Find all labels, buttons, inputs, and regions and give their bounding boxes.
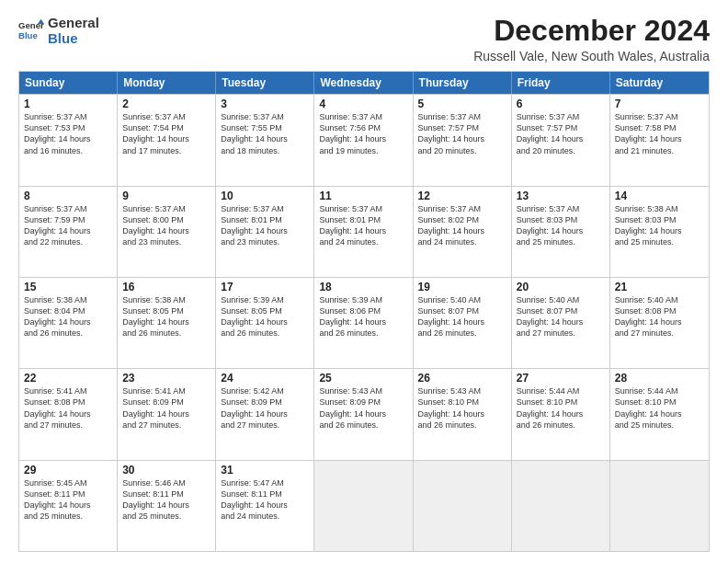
logo: General Blue General Blue (18, 15, 99, 47)
logo-blue: Blue (48, 30, 99, 46)
day-num: 4 (319, 98, 407, 110)
page: General Blue General Blue December 2024 … (0, 0, 728, 563)
header-friday: Friday (512, 72, 610, 94)
cell-text: Sunrise: 5:37 AMSunset: 8:01 PMDaylight:… (221, 203, 309, 248)
cell-empty-2 (414, 461, 512, 551)
day-num: 9 (122, 190, 210, 202)
cell-text: Sunrise: 5:37 AMSunset: 7:53 PMDaylight:… (24, 111, 112, 156)
cell-dec29: 29 Sunrise: 5:45 AMSunset: 8:11 PMDaylig… (19, 461, 118, 551)
day-num: 5 (418, 98, 506, 110)
day-num: 7 (615, 98, 704, 110)
logo-general: General (48, 15, 99, 30)
calendar-body: 1 Sunrise: 5:37 AMSunset: 7:53 PMDayligh… (19, 94, 709, 551)
cell-dec18: 18 Sunrise: 5:39 AMSunset: 8:06 PMDaylig… (314, 278, 413, 368)
day-num: 28 (615, 372, 704, 385)
day-num: 22 (24, 372, 112, 385)
cell-dec4: 4 Sunrise: 5:37 AMSunset: 7:56 PMDayligh… (314, 95, 413, 185)
cell-text: Sunrise: 5:38 AMSunset: 8:03 PMDaylight:… (615, 203, 704, 248)
cell-dec7: 7 Sunrise: 5:37 AMSunset: 7:58 PMDayligh… (610, 95, 709, 185)
cell-text: Sunrise: 5:39 AMSunset: 8:05 PMDaylight:… (221, 294, 309, 339)
cell-text: Sunrise: 5:41 AMSunset: 8:09 PMDaylight:… (122, 385, 210, 431)
header-saturday: Saturday (610, 72, 709, 94)
cell-dec16: 16 Sunrise: 5:38 AMSunset: 8:05 PMDaylig… (118, 278, 216, 368)
cell-text: Sunrise: 5:44 AMSunset: 8:10 PMDaylight:… (517, 385, 605, 431)
cell-text: Sunrise: 5:37 AMSunset: 7:58 PMDaylight:… (615, 111, 704, 156)
day-num: 26 (418, 372, 506, 385)
day-num: 3 (221, 98, 309, 110)
header-sunday: Sunday (19, 72, 118, 94)
cell-dec13: 13 Sunrise: 5:37 AMSunset: 8:03 PMDaylig… (512, 187, 610, 277)
day-num: 31 (221, 464, 309, 477)
cell-dec9: 9 Sunrise: 5:37 AMSunset: 8:00 PMDayligh… (118, 187, 216, 277)
cell-text: Sunrise: 5:39 AMSunset: 8:06 PMDaylight:… (319, 294, 407, 339)
day-num: 20 (517, 281, 605, 293)
cell-dec14: 14 Sunrise: 5:38 AMSunset: 8:03 PMDaylig… (610, 187, 709, 277)
cell-text: Sunrise: 5:37 AMSunset: 7:59 PMDaylight:… (24, 203, 112, 248)
cell-dec22: 22 Sunrise: 5:41 AMSunset: 8:08 PMDaylig… (19, 369, 118, 459)
cell-dec27: 27 Sunrise: 5:44 AMSunset: 8:10 PMDaylig… (512, 369, 610, 459)
cell-text: Sunrise: 5:40 AMSunset: 8:07 PMDaylight:… (418, 294, 506, 339)
day-num: 14 (615, 190, 704, 202)
cell-text: Sunrise: 5:43 AMSunset: 8:09 PMDaylight:… (319, 385, 407, 431)
logo-icon: General Blue (18, 17, 44, 43)
cell-dec6: 6 Sunrise: 5:37 AMSunset: 7:57 PMDayligh… (512, 95, 610, 185)
cell-dec31: 31 Sunrise: 5:47 AMSunset: 8:11 PMDaylig… (216, 461, 314, 551)
day-num: 21 (615, 281, 704, 293)
month-title: December 2024 (473, 15, 710, 47)
cell-dec17: 17 Sunrise: 5:39 AMSunset: 8:05 PMDaylig… (216, 278, 314, 368)
cell-dec8: 8 Sunrise: 5:37 AMSunset: 7:59 PMDayligh… (19, 187, 118, 277)
cell-text: Sunrise: 5:37 AMSunset: 8:00 PMDaylight:… (122, 203, 210, 248)
header: General Blue General Blue December 2024 … (18, 15, 710, 63)
day-num: 11 (319, 190, 407, 202)
day-num: 15 (24, 281, 112, 293)
cell-text: Sunrise: 5:46 AMSunset: 8:11 PMDaylight:… (122, 477, 210, 523)
day-num: 12 (418, 190, 506, 202)
cell-text: Sunrise: 5:37 AMSunset: 7:54 PMDaylight:… (122, 111, 210, 156)
title-block: December 2024 Russell Vale, New South Wa… (473, 15, 710, 63)
day-num: 1 (24, 98, 112, 110)
cell-dec21: 21 Sunrise: 5:40 AMSunset: 8:08 PMDaylig… (610, 278, 709, 368)
header-monday: Monday (118, 72, 216, 94)
cell-text: Sunrise: 5:42 AMSunset: 8:09 PMDaylight:… (221, 385, 309, 431)
cell-dec2: 2 Sunrise: 5:37 AMSunset: 7:54 PMDayligh… (118, 95, 216, 185)
cell-text: Sunrise: 5:45 AMSunset: 8:11 PMDaylight:… (24, 477, 112, 523)
cell-text: Sunrise: 5:37 AMSunset: 7:57 PMDaylight:… (418, 111, 506, 156)
day-num: 8 (24, 190, 112, 202)
cell-text: Sunrise: 5:38 AMSunset: 8:05 PMDaylight:… (122, 294, 210, 339)
cell-dec3: 3 Sunrise: 5:37 AMSunset: 7:55 PMDayligh… (216, 95, 314, 185)
calendar-header: Sunday Monday Tuesday Wednesday Thursday… (19, 72, 709, 94)
cell-text: Sunrise: 5:37 AMSunset: 7:56 PMDaylight:… (319, 111, 407, 156)
day-num: 18 (319, 281, 407, 293)
cell-dec25: 25 Sunrise: 5:43 AMSunset: 8:09 PMDaylig… (314, 369, 413, 459)
cell-dec11: 11 Sunrise: 5:37 AMSunset: 8:01 PMDaylig… (314, 187, 413, 277)
cell-text: Sunrise: 5:38 AMSunset: 8:04 PMDaylight:… (24, 294, 112, 339)
cell-dec12: 12 Sunrise: 5:37 AMSunset: 8:02 PMDaylig… (414, 187, 512, 277)
cell-dec10: 10 Sunrise: 5:37 AMSunset: 8:01 PMDaylig… (216, 187, 314, 277)
cell-text: Sunrise: 5:37 AMSunset: 7:55 PMDaylight:… (221, 111, 309, 156)
cell-text: Sunrise: 5:37 AMSunset: 7:57 PMDaylight:… (517, 111, 605, 156)
cell-dec24: 24 Sunrise: 5:42 AMSunset: 8:09 PMDaylig… (216, 369, 314, 459)
cell-dec23: 23 Sunrise: 5:41 AMSunset: 8:09 PMDaylig… (118, 369, 216, 459)
svg-text:Blue: Blue (18, 30, 38, 40)
day-num: 10 (221, 190, 309, 202)
location: Russell Vale, New South Wales, Australia (473, 49, 710, 63)
day-num: 24 (221, 372, 309, 385)
cal-row-5: 29 Sunrise: 5:45 AMSunset: 8:11 PMDaylig… (19, 460, 709, 551)
cell-dec15: 15 Sunrise: 5:38 AMSunset: 8:04 PMDaylig… (19, 278, 118, 368)
cell-text: Sunrise: 5:41 AMSunset: 8:08 PMDaylight:… (24, 385, 112, 431)
cell-empty-4 (610, 461, 709, 551)
day-num: 19 (418, 281, 506, 293)
cell-text: Sunrise: 5:43 AMSunset: 8:10 PMDaylight:… (418, 385, 506, 431)
cell-text: Sunrise: 5:44 AMSunset: 8:10 PMDaylight:… (615, 385, 704, 431)
cell-dec19: 19 Sunrise: 5:40 AMSunset: 8:07 PMDaylig… (414, 278, 512, 368)
cell-text: Sunrise: 5:40 AMSunset: 8:07 PMDaylight:… (517, 294, 605, 339)
cal-row-2: 8 Sunrise: 5:37 AMSunset: 7:59 PMDayligh… (19, 186, 709, 277)
cell-dec5: 5 Sunrise: 5:37 AMSunset: 7:57 PMDayligh… (414, 95, 512, 185)
cell-empty-1 (314, 461, 413, 551)
cell-text: Sunrise: 5:40 AMSunset: 8:08 PMDaylight:… (615, 294, 704, 339)
cell-empty-3 (512, 461, 610, 551)
day-num: 16 (122, 281, 210, 293)
calendar: Sunday Monday Tuesday Wednesday Thursday… (18, 71, 710, 552)
day-num: 2 (122, 98, 210, 110)
cell-text: Sunrise: 5:37 AMSunset: 8:03 PMDaylight:… (517, 203, 605, 248)
